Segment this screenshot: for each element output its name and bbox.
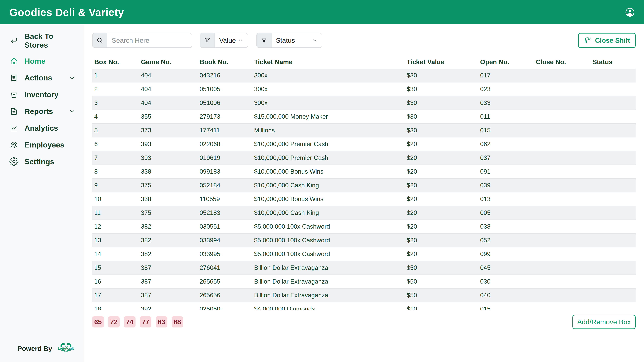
chevron-down-icon (68, 108, 76, 115)
table-cell: 387 (141, 264, 200, 271)
column-header-open-no-: Open No. (480, 58, 536, 66)
box-number-badge[interactable]: 88 (172, 317, 183, 328)
top-bar: Goodies Deli & Variety (0, 0, 644, 24)
status-filter-label: Status (276, 37, 295, 44)
sidebar-item-back-to-stores[interactable]: Back To Stores (0, 32, 84, 49)
powered-by-label: Powerd By (18, 345, 52, 353)
sidebar-item-reports[interactable]: Reports (0, 103, 84, 120)
table-cell: 276041 (200, 264, 254, 271)
lottovault-logo: LottoVault (57, 341, 75, 356)
table-row[interactable]: 9375052184$10,000,000 Cash King$20039 (92, 179, 636, 192)
table-cell: Billion Dollar Extravaganza (254, 264, 407, 271)
table-row[interactable]: 2404051005300x$30023 (92, 82, 636, 96)
sidebar-item-home[interactable]: Home (0, 53, 84, 69)
table-cell: Billion Dollar Extravaganza (254, 292, 407, 299)
table-cell: 17 (92, 292, 141, 299)
box-number-badge[interactable]: 77 (140, 317, 152, 328)
box-number-badge[interactable]: 65 (92, 317, 104, 328)
table-row[interactable]: 7393019619$10,000,000 Premier Cash$20037 (92, 151, 636, 165)
table-row[interactable]: 15387276041Billion Dollar Extravaganza$5… (92, 261, 636, 275)
sidebar-item-employees[interactable]: Employees (0, 137, 84, 153)
table-cell: 177411 (200, 127, 254, 134)
box-number-badge[interactable]: 83 (156, 317, 167, 328)
table-cell: 043216 (200, 72, 254, 79)
table-cell: 011 (480, 113, 536, 120)
box-badges: 657274778388 (92, 317, 183, 328)
table-cell: 404 (141, 72, 200, 79)
sidebar-item-label: Home (24, 57, 46, 65)
table-cell: $10,000,000 Bonus Wins (254, 168, 407, 175)
table-cell: 265655 (200, 278, 254, 285)
table-cell: 11 (92, 209, 141, 216)
table-cell: 338 (141, 196, 200, 203)
table-cell: $20 (407, 237, 480, 244)
table-cell: 373 (141, 127, 200, 134)
employees-icon (10, 140, 18, 149)
table-row[interactable]: 16387265655Billion Dollar Extravaganza$5… (92, 275, 636, 289)
table-cell: 033995 (200, 251, 254, 258)
table-cell: 3 (92, 99, 141, 106)
search-icon (92, 33, 107, 47)
sidebar-item-actions[interactable]: Actions (0, 69, 84, 86)
table-row[interactable]: 4355279173$15,000,000 Money Maker$30011 (92, 110, 636, 124)
table-cell: $10,000,000 Cash King (254, 209, 407, 216)
funnel-icon (257, 33, 272, 47)
table-row[interactable]: 5373177411Millions$30015 (92, 124, 636, 137)
add-remove-box-label: Add/Remove Box (577, 318, 631, 326)
table-cell: 16 (92, 278, 141, 285)
table-cell: 099183 (200, 168, 254, 175)
chevron-down-icon (68, 74, 76, 82)
table-cell: 045 (480, 264, 536, 271)
table-cell: 279173 (200, 113, 254, 120)
table-cell: 300x (254, 99, 407, 106)
table-row[interactable]: 18392025050$4,000,000 Diamonds$10015 (92, 302, 636, 310)
table-cell: 025050 (200, 306, 254, 310)
table-row[interactable]: 13382033994$5,000,000 100x Cashword$2005… (92, 234, 636, 247)
table-cell: 10 (92, 196, 141, 203)
table-cell: 393 (141, 141, 200, 148)
box-number-badge[interactable]: 74 (124, 317, 136, 328)
table-cell: 404 (141, 86, 200, 93)
sidebar-item-analytics[interactable]: Analytics (0, 120, 84, 137)
table-row[interactable]: 17387265656Billion Dollar Extravaganza$5… (92, 289, 636, 302)
status-filter-dropdown[interactable]: Status (256, 33, 322, 48)
table-cell: $10 (407, 306, 480, 310)
table-row[interactable]: 11375052183$10,000,000 Cash King$20005 (92, 206, 636, 220)
table-cell: 9 (92, 182, 141, 189)
table-row[interactable]: 1404043216300x$30017 (92, 69, 636, 82)
settings-icon (10, 157, 18, 166)
sidebar-item-inventory[interactable]: Inventory (0, 86, 84, 103)
user-avatar-icon[interactable] (625, 7, 635, 17)
table-row[interactable]: 10338110559$10,000,000 Bonus Wins$20013 (92, 192, 636, 206)
table-cell: $50 (407, 264, 480, 271)
table-row[interactable]: 14382033995$5,000,000 100x Cashword$2009… (92, 247, 636, 261)
table-cell: $10,000,000 Cash King (254, 182, 407, 189)
table-cell: $4,000,000 Diamonds (254, 306, 407, 310)
search-input[interactable] (107, 33, 192, 47)
table-row[interactable]: 8338099183$10,000,000 Bonus Wins$20091 (92, 165, 636, 179)
add-remove-box-button[interactable]: Add/Remove Box (572, 315, 636, 329)
main-content: Value Status Close Shift Box No.Game No.… (84, 24, 644, 362)
search-box (92, 33, 192, 48)
table-row[interactable]: 3404051006300x$30033 (92, 96, 636, 110)
close-shift-button[interactable]: Close Shift (578, 33, 636, 48)
box-number-badge[interactable]: 72 (108, 317, 120, 328)
inventory-icon (10, 90, 18, 99)
table-cell: 005 (480, 209, 536, 216)
scanner-icon (584, 36, 592, 44)
return-arrow-icon (10, 36, 18, 45)
table-cell: $20 (407, 154, 480, 161)
sidebar-item-settings[interactable]: Settings (0, 153, 84, 170)
table-cell: $20 (407, 196, 480, 203)
store-title: Goodies Deli & Variety (10, 6, 124, 18)
sidebar-item-label: Employees (24, 141, 64, 149)
value-filter-dropdown[interactable]: Value (200, 33, 248, 48)
chevron-down-icon (312, 37, 318, 43)
table-cell: 5 (92, 127, 141, 134)
sidebar-item-label: Settings (24, 157, 54, 166)
table-row[interactable]: 12382030551$5,000,000 100x Cashword$2003… (92, 220, 636, 234)
bottom-bar: 657274778388 Add/Remove Box (92, 315, 636, 329)
sidebar: Back To StoresHomeActionsInventoryReport… (0, 24, 84, 362)
table-cell: $20 (407, 182, 480, 189)
table-row[interactable]: 6393022068$10,000,000 Premier Cash$20062 (92, 137, 636, 151)
